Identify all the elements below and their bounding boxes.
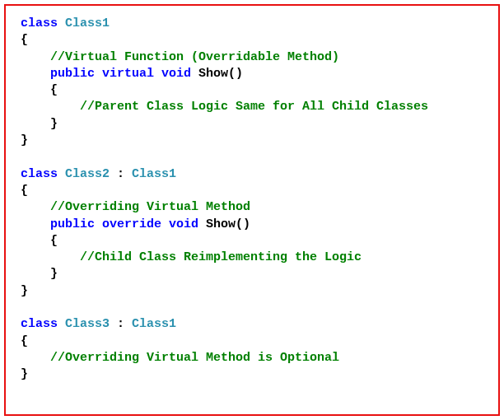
brace-open-inner: { [21,234,58,248]
brace-open: { [21,33,28,47]
comment-virtual: //Virtual Function (Overridable Method) [21,50,339,64]
brace-open-inner: { [21,83,58,97]
blank-line [21,150,28,164]
brace-open: { [21,184,28,198]
type-base-class1: Class1 [132,317,176,331]
comment-optional: //Overriding Virtual Method is Optional [21,351,339,365]
keyword-public-virtual-void: public virtual void [50,67,191,81]
comment-overriding: //Overriding Virtual Method [21,200,250,214]
brace-close-inner: } [21,267,58,281]
keyword-class: class [21,317,58,331]
brace-close: } [21,284,28,298]
method-show: Show() [191,67,243,81]
brace-open: { [21,334,28,348]
indent [21,67,50,81]
type-base-class1: Class1 [132,167,176,181]
comment-child-logic: //Child Class Reimplementing the Logic [21,250,362,264]
colon: : [110,167,132,181]
keyword-public-override-void: public override void [50,217,198,231]
brace-close-inner: } [21,117,58,131]
keyword-class: class [21,16,58,30]
keyword-class: class [21,167,58,181]
indent [21,217,50,231]
blank-line [21,301,28,315]
colon: : [110,317,132,331]
type-class2: Class2 [58,167,110,181]
brace-close: } [21,367,28,381]
type-class1: Class1 [58,16,110,30]
comment-parent-logic: //Parent Class Logic Same for All Child … [21,100,428,114]
method-show: Show() [198,217,250,231]
type-class3: Class3 [58,317,110,331]
brace-close: } [21,133,28,147]
code-block: class Class1 { //Virtual Function (Overr… [4,4,500,416]
